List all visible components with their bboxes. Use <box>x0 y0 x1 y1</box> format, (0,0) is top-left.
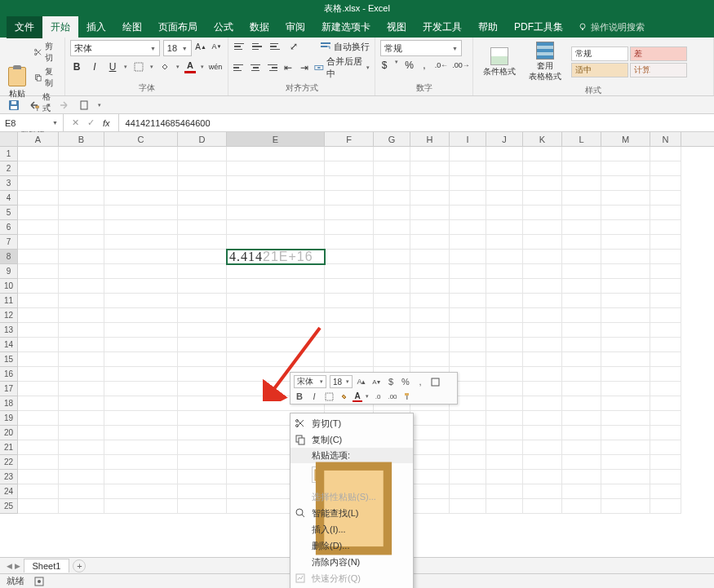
fill-color-button[interactable] <box>158 60 171 73</box>
cell[interactable] <box>104 235 178 250</box>
cell[interactable] <box>18 176 59 191</box>
cell[interactable] <box>523 382 562 396</box>
cell[interactable] <box>486 470 523 484</box>
cell[interactable] <box>410 161 450 176</box>
cell[interactable] <box>486 426 523 440</box>
row-header[interactable]: 4 <box>0 191 18 206</box>
increase-decimal-button[interactable]: .0← <box>435 59 448 72</box>
cell[interactable] <box>18 484 59 499</box>
format-as-table-button[interactable]: 套用 表格格式 <box>524 40 566 84</box>
cell[interactable] <box>650 235 681 250</box>
cell[interactable] <box>18 382 59 396</box>
cell[interactable] <box>450 440 486 455</box>
cell[interactable] <box>523 235 562 250</box>
mini-format-painter-button[interactable] <box>401 391 413 402</box>
column-header[interactable]: D <box>178 132 227 146</box>
cell[interactable] <box>104 308 178 323</box>
cell[interactable] <box>601 176 650 191</box>
cell[interactable] <box>104 161 178 176</box>
chevron-down-icon[interactable]: ▾ <box>150 64 153 70</box>
mini-accounting-button[interactable]: $ <box>385 376 397 387</box>
tab-data[interactable]: 数据 <box>242 16 277 38</box>
cell[interactable] <box>104 264 178 279</box>
cell[interactable] <box>178 308 227 323</box>
cell[interactable] <box>601 455 650 470</box>
cell[interactable] <box>410 279 450 294</box>
column-header[interactable]: F <box>325 132 374 146</box>
cell[interactable] <box>523 279 562 294</box>
cell[interactable] <box>650 470 681 484</box>
cell[interactable] <box>562 484 601 499</box>
cell[interactable] <box>486 499 523 514</box>
cell[interactable] <box>227 206 325 220</box>
cell[interactable] <box>650 220 681 235</box>
cell[interactable] <box>104 411 178 426</box>
cell[interactable] <box>104 470 178 484</box>
cell[interactable]: 4.41421E+16 <box>227 250 325 264</box>
cell[interactable] <box>486 440 523 455</box>
cell[interactable] <box>374 294 410 308</box>
column-header[interactable]: M <box>601 132 650 146</box>
cell[interactable] <box>59 191 104 206</box>
cell[interactable] <box>486 382 523 396</box>
chevron-down-icon[interactable]: ▾ <box>395 59 398 72</box>
cell[interactable] <box>178 161 227 176</box>
tab-review[interactable]: 审阅 <box>277 16 313 38</box>
mini-borders-button[interactable] <box>429 376 441 387</box>
cell[interactable] <box>650 352 681 367</box>
cell[interactable] <box>486 250 523 264</box>
row-header[interactable]: 19 <box>0 411 18 426</box>
cell[interactable] <box>410 484 450 499</box>
chevron-down-icon[interactable]: ▾ <box>124 64 127 70</box>
cell[interactable] <box>523 176 562 191</box>
cell[interactable] <box>410 191 450 206</box>
cell[interactable] <box>178 352 227 367</box>
mini-font-color-button[interactable]: A <box>353 391 362 402</box>
cell[interactable] <box>325 147 374 161</box>
enter-formula-button[interactable]: ✓ <box>87 117 95 128</box>
cell[interactable] <box>227 147 325 161</box>
column-header[interactable]: J <box>486 132 523 146</box>
cell[interactable] <box>562 206 601 220</box>
mini-comma-button[interactable]: , <box>415 376 426 387</box>
tab-page-layout[interactable]: 页面布局 <box>150 16 206 38</box>
cell[interactable] <box>601 250 650 264</box>
row-header[interactable]: 17 <box>0 382 18 396</box>
cell[interactable] <box>325 176 374 191</box>
cell[interactable] <box>450 338 486 352</box>
cell[interactable] <box>650 396 681 411</box>
cell[interactable] <box>601 220 650 235</box>
cell[interactable] <box>410 338 450 352</box>
row-header[interactable]: 3 <box>0 176 18 191</box>
cell[interactable] <box>650 294 681 308</box>
cell[interactable] <box>104 147 178 161</box>
cell[interactable] <box>523 455 562 470</box>
cell-styles-gallery[interactable]: 常规 差 适中 计算 <box>570 45 689 79</box>
cell[interactable] <box>59 382 104 396</box>
merge-center-button[interactable]: 合并后居中 ▾ <box>314 55 370 80</box>
cm-cut[interactable]: 剪切(T) <box>290 415 413 431</box>
row-header[interactable]: 20 <box>0 426 18 440</box>
cell[interactable] <box>562 352 601 367</box>
undo-icon[interactable] <box>28 99 39 111</box>
cell[interactable] <box>178 176 227 191</box>
cell[interactable] <box>450 264 486 279</box>
cell[interactable] <box>59 396 104 411</box>
cell[interactable] <box>523 294 562 308</box>
cell[interactable] <box>374 161 410 176</box>
cell[interactable] <box>601 308 650 323</box>
cell[interactable] <box>178 250 227 264</box>
cell[interactable] <box>104 367 178 382</box>
cell[interactable] <box>178 235 227 250</box>
cell[interactable] <box>562 470 601 484</box>
row-header[interactable]: 21 <box>0 440 18 455</box>
cell[interactable] <box>59 176 104 191</box>
cell[interactable] <box>450 176 486 191</box>
row-header[interactable]: 10 <box>0 279 18 294</box>
row-header[interactable]: 23 <box>0 470 18 484</box>
formula-input[interactable]: 44142114685464600 <box>119 114 714 131</box>
column-header[interactable]: I <box>450 132 486 146</box>
row-header[interactable]: 7 <box>0 235 18 250</box>
tab-view[interactable]: 视图 <box>379 16 415 38</box>
cell[interactable] <box>650 411 681 426</box>
